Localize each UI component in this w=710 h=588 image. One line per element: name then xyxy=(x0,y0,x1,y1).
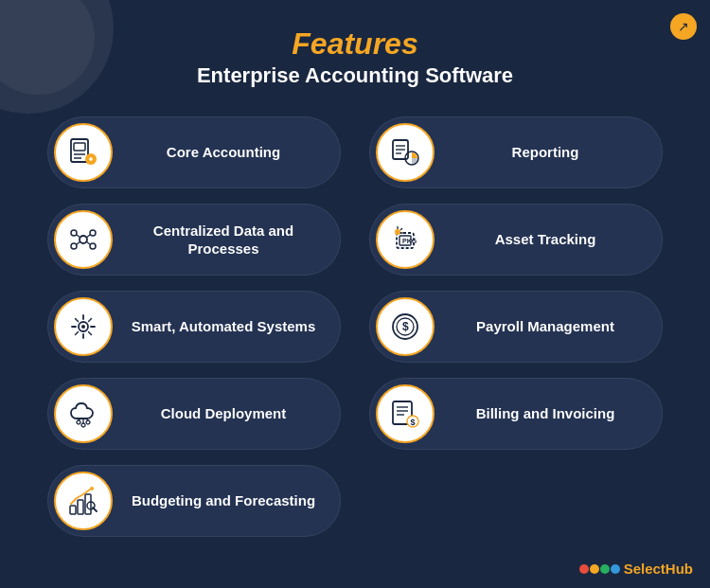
feature-centralized-data: Centralized Data and Processes xyxy=(47,204,341,276)
svg-point-11 xyxy=(90,243,96,249)
reporting-label: Reporting xyxy=(448,143,643,162)
logo-text-select: Select xyxy=(624,561,666,577)
logo-icon xyxy=(579,564,620,574)
right-column: Reporting PKG Asset Tracking xyxy=(369,116,663,537)
svg-line-39 xyxy=(400,228,402,230)
reporting-icon-circle xyxy=(376,123,435,182)
left-column: Core Accounting Centralized Data and Pro… xyxy=(47,116,341,537)
billing-icon-circle: $ xyxy=(376,384,435,443)
smart-automated-label: Smart, Automated Systems xyxy=(126,317,321,336)
features-grid: Core Accounting Centralized Data and Pro… xyxy=(0,107,710,537)
centralized-data-icon-circle xyxy=(54,210,113,269)
payroll-icon-circle: $ xyxy=(376,297,435,356)
cloud-deployment-label: Cloud Deployment xyxy=(126,404,321,423)
share-icon[interactable]: ↗ xyxy=(670,13,697,40)
svg-rect-24 xyxy=(70,506,76,514)
svg-point-18 xyxy=(77,420,80,424)
core-accounting-label: Core Accounting xyxy=(126,143,321,162)
budgeting-label: Budgeting and Forecasting xyxy=(126,491,321,510)
svg-point-27 xyxy=(90,487,94,490)
payroll-label: Payroll Management xyxy=(448,317,643,336)
billing-label: Billing and Invoicing xyxy=(448,404,643,423)
svg-rect-25 xyxy=(78,500,83,514)
logo-dot-blue xyxy=(611,564,620,574)
logo-text-hub: Hub xyxy=(666,561,693,577)
budgeting-icon-circle xyxy=(54,472,113,530)
centralized-data-icon xyxy=(67,223,99,256)
svg-line-13 xyxy=(86,235,90,238)
feature-core-accounting: Core Accounting xyxy=(47,116,341,188)
svg-line-15 xyxy=(86,241,90,244)
selecthub-logo: SelectHub xyxy=(579,561,693,577)
logo-dot-red xyxy=(579,564,589,574)
smart-automated-icon xyxy=(67,311,99,343)
svg-point-37 xyxy=(395,229,400,235)
svg-text:PKG: PKG xyxy=(402,238,417,244)
svg-text:$: $ xyxy=(411,418,416,427)
header-subtitle: Enterprise Accounting Software xyxy=(0,63,710,88)
svg-line-12 xyxy=(77,235,80,238)
svg-point-20 xyxy=(86,420,90,424)
logo-dot-green xyxy=(600,564,610,574)
logo-text: SelectHub xyxy=(624,561,693,577)
core-accounting-icon-circle xyxy=(54,123,113,182)
asset-tracking-icon-circle: PKG xyxy=(376,210,435,269)
billing-icon: $ xyxy=(389,398,421,430)
svg-point-8 xyxy=(71,230,77,236)
asset-tracking-label: Asset Tracking xyxy=(448,230,643,249)
feature-payroll: $ Payroll Management xyxy=(369,291,663,363)
cloud-deployment-icon xyxy=(67,398,99,430)
svg-point-7 xyxy=(80,236,87,243)
feature-budgeting: Budgeting and Forecasting xyxy=(47,465,341,537)
feature-reporting: Reporting xyxy=(369,116,663,188)
feature-billing: $ Billing and Invoicing xyxy=(369,378,663,450)
asset-tracking-icon: PKG xyxy=(389,223,421,256)
cloud-deployment-icon-circle xyxy=(54,384,113,443)
svg-point-17 xyxy=(81,325,85,329)
logo-dot-orange xyxy=(590,564,599,574)
core-accounting-icon xyxy=(67,136,99,169)
svg-line-14 xyxy=(77,241,80,244)
svg-point-19 xyxy=(81,423,85,427)
reporting-icon xyxy=(389,136,421,169)
budgeting-icon xyxy=(67,485,99,517)
feature-asset-tracking: PKG Asset Tracking xyxy=(369,204,663,276)
payroll-icon: $ xyxy=(389,311,421,343)
feature-smart-automated: Smart, Automated Systems xyxy=(47,291,341,363)
centralized-data-label: Centralized Data and Processes xyxy=(126,222,321,258)
svg-point-9 xyxy=(90,230,96,236)
svg-rect-1 xyxy=(74,143,85,151)
svg-text:$: $ xyxy=(402,320,409,333)
smart-automated-icon-circle xyxy=(54,297,113,356)
feature-cloud-deployment: Cloud Deployment xyxy=(47,378,341,450)
svg-point-10 xyxy=(71,243,77,249)
